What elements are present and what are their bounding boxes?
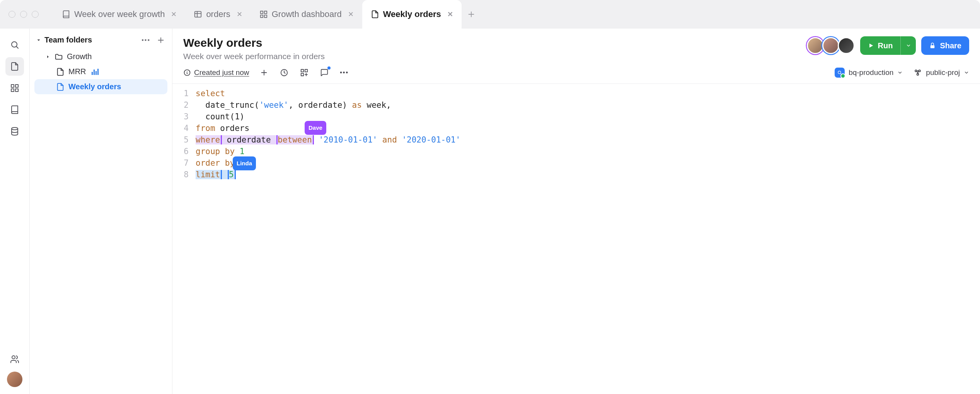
svg-point-18 xyxy=(838,71,841,74)
line-gutter: 12345678 xyxy=(172,88,196,180)
book-icon xyxy=(62,10,70,19)
tab-growth-dashboard[interactable]: Growth dashboard ✕ xyxy=(251,0,362,29)
svg-rect-0 xyxy=(195,12,201,17)
tab-week-over-week-growth[interactable]: Week over week growth ✕ xyxy=(53,0,185,29)
folder-icon xyxy=(55,53,63,61)
bigquery-icon xyxy=(835,68,845,78)
database-icon xyxy=(10,127,19,136)
user-avatar[interactable] xyxy=(7,372,22,387)
sidebar-title: Team folders xyxy=(44,36,92,44)
search-icon xyxy=(10,40,19,49)
avatar[interactable] xyxy=(807,37,824,54)
svg-rect-4 xyxy=(264,15,267,17)
svg-rect-9 xyxy=(15,89,18,92)
svg-point-10 xyxy=(12,127,18,130)
svg-rect-17 xyxy=(301,73,303,76)
tab-label: Growth dashboard xyxy=(272,9,342,19)
rail-search[interactable] xyxy=(5,36,24,54)
info-icon xyxy=(183,69,191,76)
sidebar: Team folders ••• Growth MRR xyxy=(29,29,172,394)
file-icon xyxy=(371,10,379,19)
cursor-tag-dave: Dave xyxy=(305,121,326,135)
run-label: Run xyxy=(878,41,893,50)
run-dropdown-button[interactable] xyxy=(900,36,916,55)
cursor-tag-linda: Linda xyxy=(233,156,256,170)
window-controls xyxy=(9,11,39,18)
search-icon xyxy=(837,70,842,75)
sidebar-item-growth[interactable]: Growth xyxy=(34,49,167,64)
created-info[interactable]: Created just now xyxy=(183,68,249,77)
connection-selector[interactable]: bq-production xyxy=(835,68,903,78)
tree-item-label: MRR xyxy=(68,67,86,76)
history-button[interactable] xyxy=(279,67,290,78)
add-button[interactable] xyxy=(259,67,269,78)
rail-dashboards[interactable] xyxy=(5,79,24,97)
avatar[interactable] xyxy=(838,37,855,54)
rail-docs[interactable] xyxy=(5,100,24,119)
caret-right-icon xyxy=(45,54,51,59)
play-icon xyxy=(868,42,874,49)
share-button[interactable]: Share xyxy=(921,36,969,55)
grid-icon xyxy=(10,83,19,93)
close-icon[interactable]: ✕ xyxy=(237,10,242,19)
lock-icon xyxy=(929,42,936,49)
comment-button[interactable] xyxy=(319,67,330,78)
window-close[interactable] xyxy=(9,11,15,18)
close-icon[interactable]: ✕ xyxy=(447,10,453,19)
svg-rect-8 xyxy=(11,89,14,92)
share-label: Share xyxy=(940,41,961,50)
file-icon xyxy=(10,62,19,71)
comment-icon xyxy=(320,68,329,77)
tab-label: Weekly orders xyxy=(383,9,441,19)
plus-icon xyxy=(467,10,476,19)
sidebar-item-weekly-orders[interactable]: Weekly orders xyxy=(34,79,167,94)
close-icon[interactable]: ✕ xyxy=(348,10,354,19)
apps-button[interactable] xyxy=(299,67,310,78)
file-icon xyxy=(56,68,65,76)
project-selector[interactable]: public-proj xyxy=(914,68,969,77)
code-content[interactable]: select date_trunc('week', orderdate) as … xyxy=(196,88,460,180)
tab-label: orders xyxy=(206,9,230,19)
page-title: Weekly orders xyxy=(183,36,325,49)
page-subtitle: Week over week performance in orders xyxy=(183,52,325,61)
close-icon[interactable]: ✕ xyxy=(171,10,177,19)
chevron-down-icon xyxy=(897,70,903,75)
content-area: Weekly orders Week over week performance… xyxy=(172,29,980,394)
notification-dot xyxy=(327,66,331,70)
clock-icon xyxy=(280,68,288,77)
svg-rect-15 xyxy=(301,70,303,72)
avatar[interactable] xyxy=(822,37,839,54)
svg-rect-2 xyxy=(264,11,267,14)
plus-icon[interactable] xyxy=(157,36,165,44)
file-icon xyxy=(56,83,65,91)
code-editor[interactable]: 12345678 select date_trunc('week', order… xyxy=(172,84,980,188)
new-tab-button[interactable] xyxy=(462,0,481,29)
cube-icon xyxy=(914,68,922,77)
rail-files[interactable] xyxy=(5,57,24,76)
rail-database[interactable] xyxy=(5,122,24,141)
run-button-group: Run xyxy=(860,36,916,55)
window-maximize[interactable] xyxy=(32,11,39,18)
plus-icon xyxy=(260,68,268,77)
tab-label: Week over week growth xyxy=(74,9,165,19)
svg-rect-1 xyxy=(260,11,262,14)
tab-orders[interactable]: orders ✕ xyxy=(185,0,251,29)
more-button[interactable]: ••• xyxy=(339,67,350,78)
rail-team[interactable] xyxy=(5,350,24,369)
people-icon xyxy=(10,355,19,364)
svg-rect-7 xyxy=(15,85,18,87)
tab-weekly-orders[interactable]: Weekly orders ✕ xyxy=(362,0,462,29)
toolbar: Created just now ••• bq-production xyxy=(172,65,980,83)
window-minimize[interactable] xyxy=(20,11,27,18)
tree-item-label: Weekly orders xyxy=(68,82,121,91)
chevron-down-icon xyxy=(906,43,911,48)
connection-label: bq-production xyxy=(849,68,893,77)
more-icon[interactable]: ••• xyxy=(141,37,150,44)
left-rail xyxy=(0,29,29,394)
run-button[interactable]: Run xyxy=(860,36,901,55)
chart-badge-icon xyxy=(92,69,99,75)
caret-down-icon[interactable] xyxy=(36,37,41,43)
sidebar-item-mrr[interactable]: MRR xyxy=(34,64,167,79)
grid-plus-icon xyxy=(300,68,308,77)
svg-rect-12 xyxy=(931,45,935,48)
